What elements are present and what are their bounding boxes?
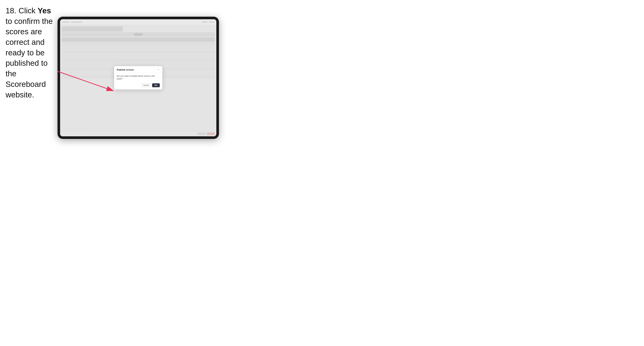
modal-body: Are you ready to publish these scores to…: [114, 73, 162, 82]
instruction-bold: Yes: [38, 6, 51, 15]
publish-scores-modal: Publish scores × Are you ready to publis…: [114, 66, 162, 89]
tablet-device: Publish scores × Are you ready to publis…: [58, 17, 219, 139]
step-number: 18.: [6, 6, 16, 15]
modal-overlay: Publish scores × Are you ready to publis…: [60, 19, 216, 136]
instruction-prefix: Click: [18, 6, 38, 15]
modal-close-button[interactable]: ×: [157, 68, 160, 71]
tablet-screen: Publish scores × Are you ready to publis…: [60, 19, 216, 136]
instruction-suffix: to confirm the scores are correct and re…: [6, 17, 53, 99]
modal-header: Publish scores ×: [114, 66, 162, 73]
yes-button[interactable]: Yes: [152, 83, 160, 87]
modal-footer: Cancel Yes: [114, 82, 162, 89]
modal-title: Publish scores: [117, 68, 134, 71]
modal-message: Are you ready to publish these scores to…: [117, 75, 160, 80]
instruction-text: 18. Click Yes to confirm the scores are …: [6, 5, 58, 100]
cancel-button[interactable]: Cancel: [141, 83, 151, 87]
